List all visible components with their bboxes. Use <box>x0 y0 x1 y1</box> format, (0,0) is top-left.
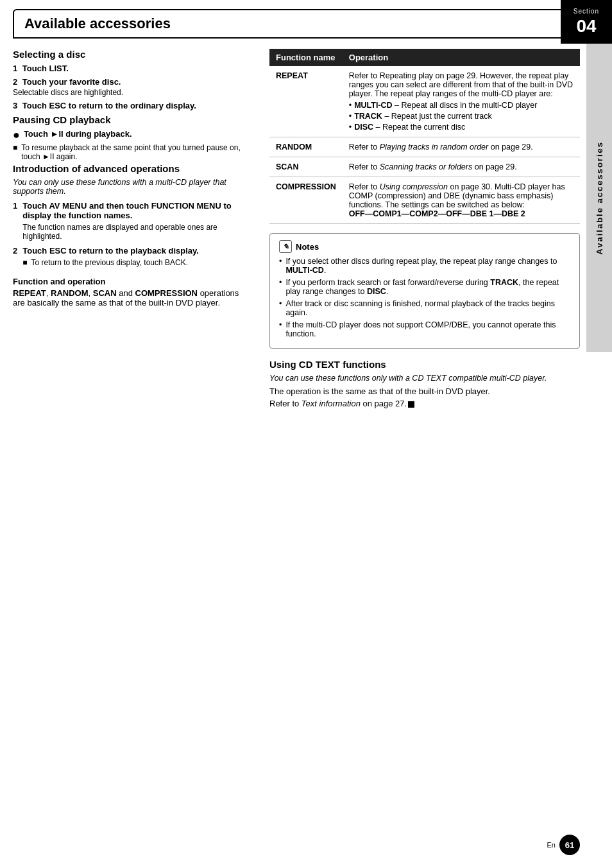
repeat-label: REPEAT <box>13 288 46 298</box>
func-op-rest: operations are basically the same as tha… <box>13 288 239 308</box>
cd-text-body2: Refer to Text information on page 27. <box>269 399 580 408</box>
sidebar-text: Available accessories <box>595 141 604 255</box>
repeat-operation: Refer to Repeating play on page 29. Howe… <box>343 66 580 137</box>
intro-step-1: 1 Touch AV MENU and then touch FUNCTION … <box>13 201 251 241</box>
step-1-text: Touch LIST. <box>22 64 69 73</box>
bullet-dot: ● <box>13 129 20 141</box>
page-header: Available accessories <box>13 9 580 39</box>
random-operation: Refer to Playing tracks in random order … <box>343 137 580 157</box>
step-2-num: 2 <box>13 77 17 87</box>
table-row-random: RANDOM Refer to Playing tracks in random… <box>269 137 580 157</box>
step-2-bullet-marker: ■ <box>22 258 27 267</box>
repeat-bullet-1: • MULTI-CD – Repeat all discs in the mul… <box>349 101 574 110</box>
page-title: Available accessories <box>24 15 171 32</box>
table-row-repeat: REPEAT Refer to Repeating play on page 2… <box>269 66 580 137</box>
scan-name: SCAN <box>269 157 343 177</box>
compression-operation: Refer to Using compression on page 30. M… <box>343 177 580 224</box>
right-column: Function name Operation REPEAT Refer to … <box>263 49 580 408</box>
table-row-scan: SCAN Refer to Scanning tracks or folders… <box>269 157 580 177</box>
intro-step-2-text: Touch ESC to return to the playback disp… <box>22 246 199 256</box>
step-1-num: 1 <box>13 64 17 73</box>
function-table: Function name Operation REPEAT Refer to … <box>269 49 580 224</box>
section-number: 04 <box>576 16 596 37</box>
func-op-heading: Function and operation <box>13 277 251 286</box>
note-3-bullet: • <box>279 299 282 317</box>
repeat-bullet-3: • DISC – Repeat the current disc <box>349 123 574 132</box>
func-op-section: Function and operation REPEAT, RANDOM, S… <box>13 277 251 308</box>
scan-operation: Refer to Scanning tracks or folders on p… <box>343 157 580 177</box>
pausing-heading: Pausing CD playback <box>13 114 251 125</box>
selecting-disc-section: Selecting a disc 1 Touch LIST. 2 Touch y… <box>13 49 251 110</box>
notes-label: Notes <box>296 242 319 252</box>
step-2: 2 Touch your favorite disc. Selectable d… <box>13 77 251 97</box>
step-3-text: Touch ESC to return to the ordinary disp… <box>22 101 196 110</box>
note-3-text: After track or disc scanning is finished… <box>285 299 570 317</box>
note-1: • If you select other discs during repea… <box>279 257 570 275</box>
pausing-bullet: ● Touch ►II during playback. <box>13 129 251 141</box>
page-footer: En 61 <box>547 835 580 855</box>
intro-italic: You can only use these functions with a … <box>13 178 251 196</box>
pausing-subtext: To resume playback at the same point tha… <box>21 143 251 161</box>
intro-step-2: 2 Touch ESC to return to the playback di… <box>13 246 251 269</box>
notes-heading: ✎ Notes <box>279 240 570 253</box>
section-tab: Section 04 <box>561 0 612 44</box>
note-4: • If the multi-CD player does not suppor… <box>279 320 570 338</box>
func-op-text: REPEAT, RANDOM, SCAN and COMPRESSION ope… <box>13 288 251 308</box>
step-1: 1 Touch LIST. <box>13 64 251 73</box>
random-label: RANDOM <box>51 288 89 298</box>
repeat-bullet-2: • TRACK – Repeat just the current track <box>349 112 574 121</box>
sidebar-label: Available accessories <box>586 44 612 352</box>
note-4-text: If the multi-CD player does not support … <box>285 320 570 338</box>
intro-step-1-num: 1 <box>13 201 17 211</box>
cd-text-heading: Using CD TEXT functions <box>269 359 580 370</box>
note-1-bullet: • <box>279 257 282 275</box>
note-1-text: If you select other discs during repeat … <box>285 257 570 275</box>
step-3: 3 Touch ESC to return to the ordinary di… <box>13 101 251 110</box>
intro-section: Introduction of advanced operations You … <box>13 163 251 269</box>
intro-step-2-num: 2 <box>13 246 17 256</box>
page-number: 61 <box>559 835 580 855</box>
col-operation: Operation <box>343 49 580 66</box>
table-header-row: Function name Operation <box>269 49 580 66</box>
small-bullet-marker: ■ <box>13 143 17 161</box>
pausing-bullet-text: Touch ►II during playback. <box>24 129 132 141</box>
pausing-subtext-item: ■ To resume playback at the same point t… <box>13 143 251 161</box>
step-2-text: Touch your favorite disc. <box>22 77 121 87</box>
step-3-num: 3 <box>13 101 17 110</box>
cd-text-section: Using CD TEXT functions You can use thes… <box>269 359 580 408</box>
intro-heading: Introduction of advanced operations <box>13 163 251 174</box>
note-2-text: If you perform track search or fast forw… <box>285 278 570 296</box>
lang-label: En <box>547 841 556 849</box>
notes-box: ✎ Notes • If you select other discs duri… <box>269 233 580 349</box>
table-row-compression: COMPRESSION Refer to Using compression o… <box>269 177 580 224</box>
stop-icon <box>408 401 414 408</box>
section-label: Section <box>574 8 599 15</box>
pausing-section: Pausing CD playback ● Touch ►II during p… <box>13 114 251 161</box>
cd-text-body1: The operation is the same as that of the… <box>269 386 580 396</box>
repeat-name: REPEAT <box>269 66 343 137</box>
selecting-disc-heading: Selecting a disc <box>13 49 251 60</box>
col-function-name: Function name <box>269 49 343 66</box>
compression-label: COMPRESSION <box>135 288 198 298</box>
intro-step-1-text: Touch AV MENU and then touch FUNCTION ME… <box>22 201 231 220</box>
intro-step-2-subtext: To return to the previous display, touch… <box>31 258 188 267</box>
note-2-bullet: • <box>279 278 282 296</box>
scan-label: SCAN <box>93 288 117 298</box>
notes-icon: ✎ <box>279 240 292 253</box>
note-4-bullet: • <box>279 320 282 338</box>
compression-name: COMPRESSION <box>269 177 343 224</box>
left-column: Selecting a disc 1 Touch LIST. 2 Touch y… <box>13 49 263 408</box>
step-2-subtext: Selectable discs are highlighted. <box>13 88 251 97</box>
intro-step-1-subtext: The function names are displayed and ope… <box>22 223 251 241</box>
intro-step-2-subitem: ■ To return to the previous display, tou… <box>22 258 199 267</box>
random-name: RANDOM <box>269 137 343 157</box>
note-2: • If you perform track search or fast fo… <box>279 278 570 296</box>
cd-text-italic: You can use these functions only with a … <box>269 374 580 383</box>
note-3: • After track or disc scanning is finish… <box>279 299 570 317</box>
main-content: Selecting a disc 1 Touch LIST. 2 Touch y… <box>13 39 580 408</box>
